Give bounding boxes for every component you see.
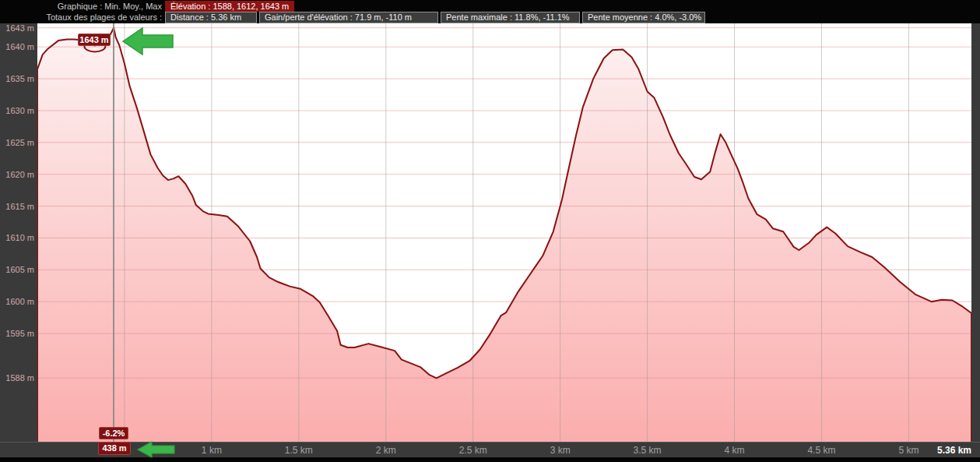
cursor-slope-tag: -6.2% (99, 427, 128, 439)
totals-cell: Pente moyenne : 4.0%, -3.0% (582, 12, 705, 23)
green-arrow-distance-icon (137, 441, 175, 458)
graph-type-label: Graphique : Min. Moy., Max (0, 2, 162, 12)
x-axis-label: 2 km (376, 445, 396, 456)
x-axis-label: 3 km (550, 445, 571, 456)
max-elevation-tag: 1643 m (78, 34, 111, 46)
totals-cells: Distance : 5.36 kmGain/perte d'élévation… (165, 12, 708, 23)
x-axis-label: 5.36 km (937, 445, 971, 456)
totals-label: Totaux des plages de valeurs : (0, 12, 162, 23)
cursor-line[interactable] (113, 23, 114, 442)
totals-cell: Distance : 5.36 km (165, 12, 257, 23)
x-axis-label: 1.5 km (285, 445, 313, 456)
elevation-area-chart[interactable] (37, 23, 971, 442)
totals-cell: Gain/perte d'élévation : 71.9 m, -110 m (259, 12, 438, 23)
x-axis-label: 3.5 km (634, 445, 662, 456)
totals-cell: Pente maximale : 11.8%, -11.1% (441, 12, 580, 23)
x-axis-label: 1 km (202, 445, 222, 456)
x-axis-label: 4 km (725, 445, 745, 456)
x-axis-label: 4.5 km (807, 445, 835, 456)
x-axis-label: 2.5 km (459, 445, 487, 456)
elevation-min-avg-max-badge: Élévation : 1588, 1612, 1643 m (165, 1, 294, 12)
cursor-distance-tag: 438 m (98, 442, 131, 455)
green-arrow-peak-icon (122, 27, 174, 55)
elevation-profile-app: Graphique : Min. Moy., Max Élévation : 1… (0, 0, 980, 462)
x-axis-label: 5 km (898, 445, 919, 456)
